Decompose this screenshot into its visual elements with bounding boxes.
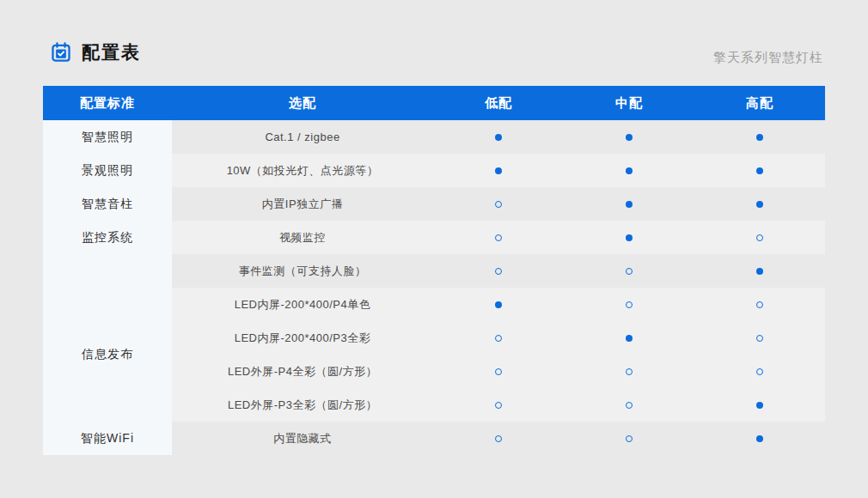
low-config-cell [433,167,564,174]
mid-config-cell [564,268,694,275]
low-config-cell [433,234,564,241]
config-dot [756,234,763,241]
high-config-cell [694,335,825,342]
table-header-row: 配置标准 选配 低配 中配 高配 [43,86,825,120]
config-dot [626,234,633,241]
column-header-option: 选配 [172,95,433,112]
calendar-check-icon [50,41,72,64]
config-dot [626,402,633,409]
low-config-cell [433,201,564,208]
mid-config-cell [564,167,694,174]
config-dot [756,402,763,409]
config-dot [626,134,633,141]
mid-config-cell [564,134,694,141]
low-config-cell [433,268,564,275]
high-config-cell [694,268,825,275]
config-dot [626,301,633,308]
category-surveillance: 监控系统 [43,221,172,254]
high-config-cell [694,435,825,442]
config-dot [495,134,502,141]
mid-config-cell [564,201,694,208]
high-config-cell [694,167,825,174]
category-column: 智慧照明 景观照明 智慧音柱 监控系统 信息发布 智能WiFi [43,120,172,455]
low-config-cell [433,301,564,308]
config-table: 配置标准 选配 低配 中配 高配 Cat.1 / zigbee 10W（如投光灯… [43,86,825,455]
mid-config-cell [564,335,694,342]
high-config-cell [694,134,825,141]
config-dot [495,402,502,409]
title-bar: 配置表 [50,40,141,64]
config-dot [626,268,633,275]
mid-config-cell [564,435,694,442]
config-dot [626,167,633,174]
config-dot [626,368,633,375]
config-dot [495,268,502,275]
mid-config-cell [564,368,694,375]
column-header-high: 高配 [694,95,825,112]
high-config-cell [694,201,825,208]
config-dot [495,234,502,241]
low-config-cell [433,402,564,409]
mid-config-cell [564,402,694,409]
config-dot [495,368,502,375]
config-dot [626,201,633,208]
page-subtitle: 擎天系列智慧灯柱 [713,50,823,66]
config-dot [756,301,763,308]
config-dot [495,301,502,308]
low-config-cell [433,368,564,375]
config-dot [626,435,633,442]
option-cell: LED内屏-200*400/P3全彩 [172,331,433,346]
option-cell: LED内屏-200*400/P4单色 [172,297,433,313]
low-config-cell [433,134,564,141]
option-cell: 10W（如投光灯、点光源等） [172,163,433,179]
config-dot [756,435,763,442]
option-cell: 内置IP独立广播 [172,197,433,212]
high-config-cell [694,402,825,409]
config-dot [495,201,502,208]
mid-config-cell [564,234,694,241]
option-cell: LED外屏-P3全彩（圆/方形） [172,398,433,413]
option-cell: 视频监控 [172,230,433,246]
option-cell: LED外屏-P4全彩（圆/方形） [172,364,433,380]
category-smart-lighting: 智慧照明 [43,120,172,154]
table-body: Cat.1 / zigbee 10W（如投光灯、点光源等） 内置IP独立广播 视… [43,120,825,455]
category-info-publishing: 信息发布 [43,288,172,422]
high-config-cell [694,368,825,375]
option-cell: 内置隐藏式 [172,431,433,446]
config-dot [495,167,502,174]
category-landscape-lighting: 景观照明 [43,154,172,187]
column-header-category: 配置标准 [43,95,172,112]
option-cell: 事件监测（可支持人脸） [172,264,433,279]
config-dot [495,335,502,342]
high-config-cell [694,234,825,241]
config-dot [756,167,763,174]
column-header-mid: 中配 [564,95,694,112]
high-config-cell [694,301,825,308]
column-header-low: 低配 [433,95,564,112]
config-dot [756,368,763,375]
low-config-cell [433,435,564,442]
config-dot [756,268,763,275]
category-smart-wifi: 智能WiFi [43,422,172,455]
config-dot [756,335,763,342]
category-smart-speaker: 智慧音柱 [43,187,172,221]
option-cell: Cat.1 / zigbee [172,131,433,143]
low-config-cell [433,335,564,342]
config-dot [756,134,763,141]
mid-config-cell [564,301,694,308]
config-dot [756,201,763,208]
config-dot [626,335,633,342]
config-dot [495,435,502,442]
page-title: 配置表 [82,40,141,64]
